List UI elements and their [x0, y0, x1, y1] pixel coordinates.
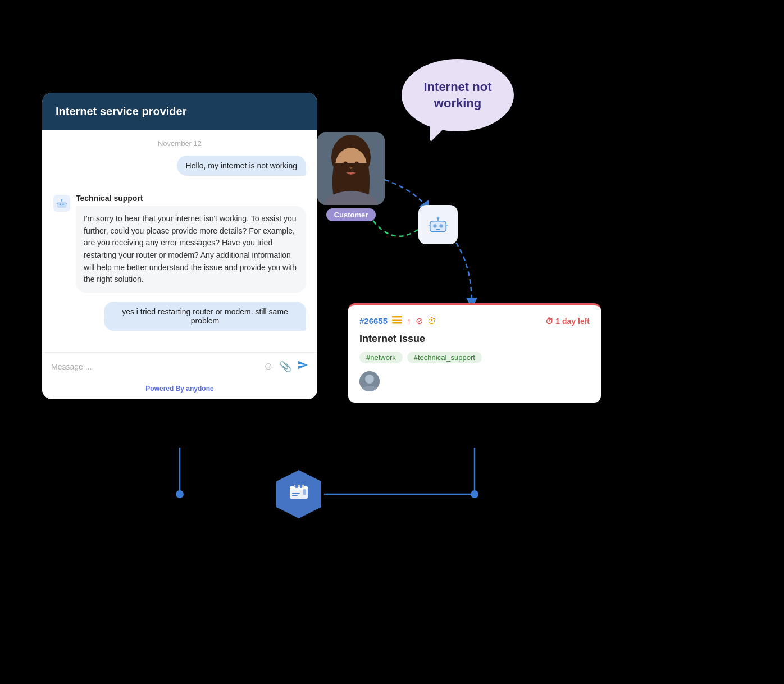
customer-photo	[317, 132, 385, 205]
ticket-block-icon: ⊘	[416, 316, 423, 326]
svg-rect-34	[292, 493, 300, 494]
agent-name: Technical support	[76, 194, 306, 203]
ticket-priority-up-icon: ↑	[407, 316, 411, 326]
svg-point-19	[439, 224, 443, 227]
chat-header: Internet service provider	[42, 93, 317, 130]
agent-avatar-icon	[53, 195, 70, 212]
svg-point-22	[437, 217, 440, 220]
user-message-2: yes i tried restarting router or modem. …	[104, 302, 306, 331]
chat-date: November 12	[53, 139, 306, 148]
emoji-icon[interactable]: ☺	[263, 361, 274, 372]
agent-message-bubble: Technical support I'm sorry to hear that…	[76, 194, 306, 293]
svg-rect-37	[295, 485, 298, 488]
user-message-1: Hello, my internet is not working	[177, 156, 306, 176]
ticket-list-icon	[392, 316, 402, 326]
connector-dot-right	[471, 490, 478, 498]
hex-ticket-wrapper	[274, 469, 324, 519]
chat-input-row[interactable]: Message ... ☺ 📎	[42, 352, 317, 380]
chat-body: November 12 Hello, my internet is not wo…	[42, 130, 317, 352]
customer-label: Customer	[326, 208, 376, 221]
speech-bubble: Internet not working	[402, 59, 514, 131]
svg-point-16	[354, 162, 359, 167]
svg-point-15	[343, 162, 348, 167]
ticket-tags: #network #technical_support	[359, 352, 590, 363]
chat-footer: Powered By anydone	[42, 380, 317, 399]
svg-rect-36	[303, 489, 306, 495]
chat-title: Internet service provider	[56, 105, 304, 118]
send-icon[interactable]	[297, 359, 308, 373]
svg-point-5	[62, 203, 64, 205]
svg-rect-38	[300, 485, 302, 488]
svg-rect-3	[58, 202, 66, 208]
agent-message-wrapper: Technical support I'm sorry to hear that…	[53, 194, 306, 293]
ticket-top-row: #26655 ↑ ⊘ ⏱ ⏱ 1 day left	[359, 316, 590, 326]
ticket-clock-icon: ⏱	[427, 316, 436, 326]
svg-rect-20	[436, 229, 440, 230]
svg-rect-6	[61, 206, 62, 206]
svg-rect-17	[430, 221, 446, 232]
connector-dot-left	[176, 490, 184, 498]
agent-text: I'm sorry to hear that your internet isn…	[76, 206, 306, 293]
svg-point-18	[433, 224, 436, 227]
ticket-card: #26655 ↑ ⊘ ⏱ ⏱ 1 day left Internet issue…	[348, 303, 601, 403]
svg-rect-26	[392, 320, 402, 321]
svg-rect-35	[292, 495, 298, 496]
chat-card: Internet service provider November 12 He…	[42, 93, 317, 399]
customer-photo-wrapper: Customer	[317, 132, 385, 221]
chat-input[interactable]: Message ...	[51, 362, 258, 371]
svg-rect-27	[392, 322, 402, 324]
ticket-tag-support: #technical_support	[407, 352, 482, 363]
attach-icon[interactable]: 📎	[279, 361, 291, 373]
ticket-title: Internet issue	[359, 333, 590, 345]
hex-ticket-icon	[289, 485, 308, 504]
svg-point-4	[60, 203, 61, 205]
svg-point-29	[365, 375, 374, 384]
svg-point-8	[61, 199, 63, 201]
bot-icon-wrapper	[418, 205, 458, 244]
ticket-tag-network: #network	[359, 352, 403, 363]
ticket-card-body: #26655 ↑ ⊘ ⏱ ⏱ 1 day left Internet issue…	[348, 305, 601, 403]
ticket-assignee-avatar	[359, 371, 380, 391]
svg-rect-25	[392, 316, 402, 318]
ticket-id: #26655	[359, 316, 388, 326]
ticket-time-left: ⏱ 1 day left	[545, 317, 590, 326]
